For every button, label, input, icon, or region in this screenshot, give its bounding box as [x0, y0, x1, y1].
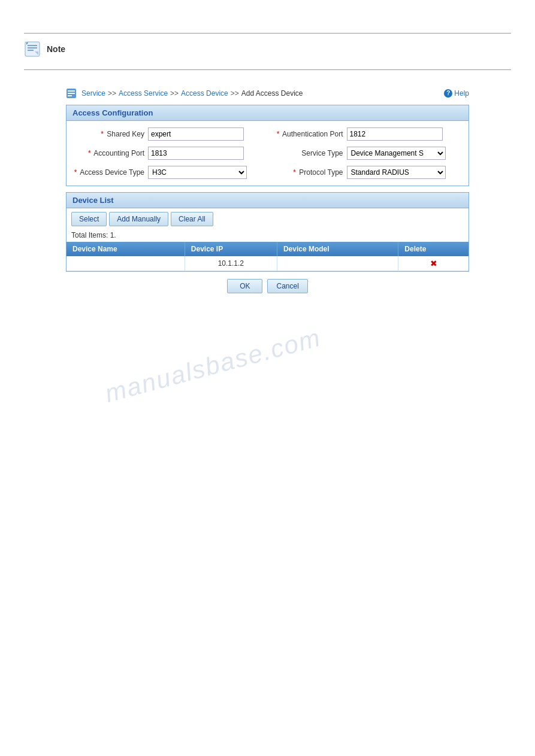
service-icon [66, 88, 77, 99]
breadcrumb-access-device[interactable]: Access Device [181, 89, 228, 98]
auth-port-input[interactable] [347, 127, 443, 141]
shared-key-label: Shared Key [107, 130, 144, 138]
add-manually-button[interactable]: Add Manually [109, 212, 168, 226]
table-row: 10.1.1.2 ✖ [67, 256, 468, 271]
device-list-toolbar: Select Add Manually Clear All [67, 208, 468, 230]
watermark-text: manualsbase.com [102, 323, 324, 408]
accounting-port-row: * Accounting Port [69, 145, 268, 162]
cell-delete[interactable]: ✖ [398, 256, 468, 271]
shared-key-row: * Shared Key [69, 126, 268, 142]
cell-device-model [277, 256, 398, 271]
breadcrumb: Service >> Access Service >> Access Devi… [66, 88, 303, 99]
clear-all-button[interactable]: Clear All [171, 212, 213, 226]
access-device-type-label: Access Device Type [80, 168, 144, 177]
col-delete: Delete [398, 242, 468, 256]
access-config-header: Access Configuration [67, 105, 468, 121]
cell-device-ip: 10.1.1.2 [185, 256, 277, 271]
protocol-type-select[interactable]: Standard RADIUS [347, 166, 446, 179]
service-type-select[interactable]: Device Management S [347, 147, 446, 160]
help-link[interactable]: ? Help [444, 89, 469, 98]
svg-rect-7 [68, 95, 72, 96]
note-icon [24, 41, 41, 57]
auth-port-label: Authentication Port [282, 130, 343, 138]
accounting-port-input[interactable] [148, 147, 244, 160]
action-buttons: OK Cancel [66, 279, 469, 293]
col-device-ip: Device IP [185, 242, 277, 256]
device-list-header: Device List [67, 193, 468, 208]
access-device-type-row: * Access Device Type H3C [69, 164, 268, 181]
svg-rect-6 [68, 93, 75, 94]
access-config-panel: Access Configuration * Shared Key * Auth… [66, 105, 469, 186]
note-title: Note [47, 44, 65, 54]
help-question-icon: ? [444, 89, 452, 98]
device-list-panel: Device List Select Add Manually Clear Al… [66, 192, 469, 272]
protocol-type-row: * Protocol Type Standard RADIUS [268, 164, 467, 181]
col-device-name: Device Name [67, 242, 185, 256]
col-device-model: Device Model [277, 242, 398, 256]
service-type-row: * Service Type Device Management S [268, 145, 467, 162]
breadcrumb-access-service[interactable]: Access Service [119, 89, 168, 98]
cell-device-name [67, 256, 185, 271]
service-type-label: Service Type [301, 149, 343, 157]
auth-port-row: * Authentication Port [268, 126, 467, 142]
protocol-type-label: Protocol Type [299, 168, 343, 177]
total-items: Total Items: 1. [67, 230, 468, 242]
ok-button[interactable]: OK [227, 279, 262, 293]
breadcrumb-bar: Service >> Access Service >> Access Devi… [66, 88, 469, 99]
breadcrumb-current: Add Access Device [241, 89, 303, 98]
shared-key-input[interactable] [148, 127, 244, 141]
breadcrumb-service[interactable]: Service [81, 89, 105, 98]
accounting-port-label: Accounting Port [93, 149, 144, 157]
access-device-type-select[interactable]: H3C [148, 166, 247, 179]
help-label: Help [454, 89, 469, 98]
delete-icon[interactable]: ✖ [430, 259, 437, 268]
select-button[interactable]: Select [71, 212, 107, 226]
svg-rect-5 [68, 90, 75, 92]
device-table: Device Name Device IP Device Model Delet… [67, 242, 468, 271]
cancel-button[interactable]: Cancel [267, 279, 307, 293]
